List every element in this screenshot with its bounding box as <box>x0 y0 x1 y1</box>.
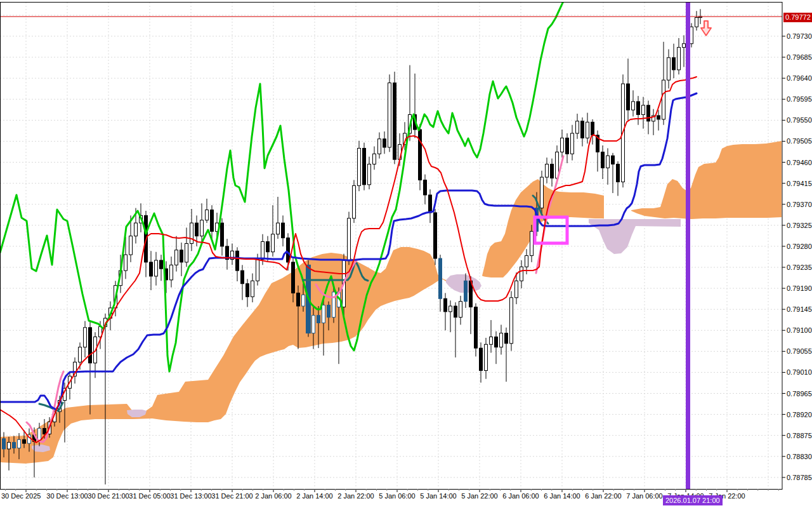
event-vertical-line[interactable] <box>686 3 690 489</box>
bid-price-tag: 0.79772 <box>783 13 812 22</box>
trading-chart-window: 0.797300.796850.796400.795950.795500.795… <box>0 0 812 508</box>
price-chart[interactable] <box>0 0 812 508</box>
event-time-tag[interactable]: 2026.01.07 21:00 <box>663 495 723 505</box>
